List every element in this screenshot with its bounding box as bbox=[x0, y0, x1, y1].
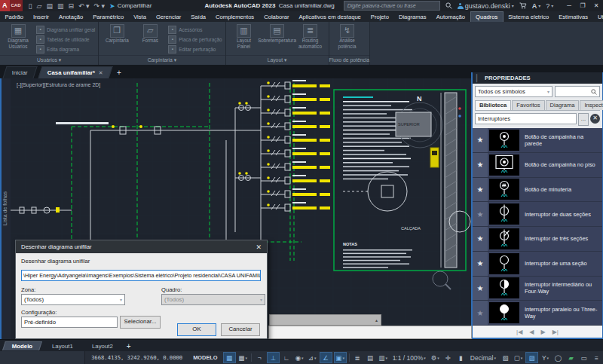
app-store-cart-icon[interactable] bbox=[519, 2, 527, 9]
power-analysis-button[interactable]: ↯Análisepotência bbox=[332, 24, 363, 50]
favorite-star-icon[interactable]: ★ bbox=[473, 178, 488, 202]
prev-page-icon[interactable]: ◀ bbox=[529, 329, 534, 335]
ribbon-tab-vista[interactable]: Vista bbox=[129, 11, 152, 22]
snap-icon[interactable]: ▩▾ bbox=[237, 353, 249, 362]
edit-diagram-button[interactable]: ▪Edita diagrama bbox=[36, 44, 95, 54]
ribbon-tab-aplicativos-em-destaque[interactable]: Aplicativos em destaque bbox=[294, 11, 366, 22]
help-icon[interactable]: ?▾ bbox=[546, 2, 553, 10]
signed-in-user[interactable]: gustavo.denski▾ bbox=[458, 2, 514, 10]
project-path-input[interactable]: \Hiper Energy\Adryangela\Imagens\Exemplo… bbox=[21, 270, 261, 281]
autoscale-icon[interactable]: ▥▾ bbox=[378, 353, 389, 362]
properties-tab-biblioteca[interactable]: Biblioteca bbox=[475, 100, 511, 110]
model-space-label[interactable]: MODELO bbox=[188, 354, 222, 361]
polar-tracking-icon[interactable]: ◉▾ bbox=[294, 353, 305, 362]
panel-label[interactable]: Fluxo de potência bbox=[329, 55, 370, 65]
close-button[interactable]: ✕ bbox=[589, 2, 603, 9]
zona-select[interactable]: (Todos)▾ bbox=[21, 294, 125, 305]
object-snap-icon[interactable]: ▣▾ bbox=[334, 352, 347, 363]
annotation-scale[interactable]: 1:1 / 100%▾ bbox=[390, 353, 428, 362]
select-button[interactable]: Selecionar... bbox=[120, 316, 161, 329]
category-input[interactable]: Interruptores bbox=[475, 113, 577, 124]
favorite-star-icon[interactable]: ★ bbox=[473, 128, 488, 152]
favorite-star-icon[interactable]: ★ bbox=[473, 277, 488, 301]
symbol-row[interactable]: ★Interruptor paralelo ou Three-Way bbox=[473, 301, 602, 326]
redo-icon[interactable]: ↷ ▾ bbox=[94, 2, 106, 10]
graphics-monitor-icon[interactable]: ▢▾ bbox=[513, 353, 524, 362]
favorite-star-icon[interactable]: ★ bbox=[473, 153, 488, 177]
search-icon[interactable] bbox=[445, 2, 452, 9]
drill-plate-button[interactable]: ▪Placa de perfuração bbox=[168, 35, 222, 44]
close-tab-icon[interactable]: ✕ bbox=[99, 70, 103, 76]
isodraft-icon[interactable]: ⊿▾ bbox=[307, 353, 318, 362]
symbol-filter-select[interactable]: Todos os símbolos▾ bbox=[475, 86, 552, 97]
browse-categories-button[interactable]: ... bbox=[578, 113, 589, 126]
favorite-star-icon[interactable]: ★ bbox=[473, 202, 488, 226]
customization-menu-icon[interactable]: ≡ bbox=[591, 353, 602, 362]
save-as-icon[interactable]: ▥ bbox=[57, 2, 64, 10]
grid-icon[interactable]: ▦ bbox=[223, 352, 236, 363]
symbol-row[interactable]: ★Interruptor de três seções bbox=[473, 227, 602, 252]
edit-drill-button[interactable]: ▪Editar perfuração bbox=[168, 44, 222, 54]
ribbon-tab-gerenciar[interactable]: Gerenciar bbox=[151, 11, 185, 22]
minimize-button[interactable]: ─ bbox=[562, 2, 576, 9]
properties-tab-diagrama[interactable]: Diagrama bbox=[546, 100, 580, 110]
panel-label[interactable]: Carpintaria ▾ bbox=[99, 55, 225, 65]
properties-tab-inspector[interactable]: Inspector bbox=[580, 100, 603, 110]
save-icon[interactable]: ▤ bbox=[46, 2, 53, 10]
accessories-button[interactable]: ▪Acessórios bbox=[168, 25, 222, 34]
ribbon-tab-estimativas[interactable]: Estimativas bbox=[554, 11, 593, 22]
next-page-icon[interactable]: ▶ bbox=[541, 329, 546, 335]
utility-table-button[interactable]: ▪Tabelas de utilidade bbox=[36, 35, 95, 44]
ribbon-tab-colaborar[interactable]: Colaborar bbox=[259, 11, 294, 22]
file-tab-iniciar[interactable]: Iniciar bbox=[2, 66, 37, 78]
selection-filter-icon[interactable]: Y▾ bbox=[540, 353, 551, 362]
lineweight-icon[interactable]: ≣ bbox=[352, 353, 363, 362]
favorite-star-icon[interactable]: ★ bbox=[473, 252, 488, 276]
new-file-icon[interactable]: ▯ bbox=[29, 2, 32, 10]
last-page-icon[interactable]: ▶| bbox=[552, 329, 559, 335]
ribbon-tab-saída[interactable]: Saída bbox=[186, 11, 211, 22]
viewport-controls-label[interactable]: [-][Superior][Estrutura de arame 2D] bbox=[17, 82, 100, 88]
new-layout-button[interactable]: + bbox=[127, 342, 131, 350]
symbol-row[interactable]: ★Botão de campainha no piso bbox=[473, 153, 602, 178]
ribbon-tab-anotação[interactable]: Anotação bbox=[54, 11, 88, 22]
symbol-row[interactable]: ★Interruptor intermediário ou Four-Way bbox=[473, 277, 602, 301]
symbol-search-input[interactable] bbox=[555, 86, 600, 97]
layout-panel-button[interactable]: ▥LayoutPainel bbox=[229, 24, 259, 50]
plot-icon[interactable]: ⊟ bbox=[68, 2, 74, 10]
auto-routing-button[interactable]: ≣Routingautomático bbox=[295, 24, 326, 50]
crosshair-icon[interactable]: ✛ bbox=[442, 353, 454, 362]
share-button[interactable]: ➤ Compartilhar bbox=[109, 2, 152, 10]
dialog-close-icon[interactable]: ✕ bbox=[256, 243, 262, 251]
ribbon-tab-automação[interactable]: Automação bbox=[431, 11, 470, 22]
sync-status-icon[interactable]: ▰ bbox=[565, 353, 577, 362]
command-line-input[interactable] bbox=[268, 326, 472, 339]
panel-label[interactable]: Usuários ▾ bbox=[0, 55, 98, 65]
ok-button[interactable]: OK bbox=[177, 323, 216, 336]
ribbon-tab-quadros[interactable]: Quadros bbox=[470, 11, 504, 22]
shapes-button[interactable]: ▱Formas bbox=[135, 24, 165, 44]
favorite-star-icon[interactable]: ★ bbox=[473, 227, 488, 251]
new-drawing-tab-button[interactable]: + bbox=[117, 69, 121, 78]
annotation-visibility-icon[interactable]: ▤ bbox=[365, 353, 376, 362]
properties-tab-favoritos[interactable]: Favoritos bbox=[512, 100, 544, 110]
config-input[interactable]: Pré-definido bbox=[21, 317, 118, 328]
units[interactable]: Decimal▾ bbox=[468, 353, 498, 362]
ribbon-tab-inserir[interactable]: Inserir bbox=[29, 11, 54, 22]
cancel-button[interactable]: Cancelar bbox=[221, 323, 260, 336]
dynamic-input-icon[interactable]: ⊥ bbox=[267, 352, 280, 363]
overtemperature-button[interactable]: ▤Sobretemperatura bbox=[262, 24, 292, 44]
workspace-icon[interactable]: ⚙▾ bbox=[430, 353, 441, 362]
search-input[interactable]: Digite palavra-chave ou frase bbox=[344, 1, 440, 11]
layout-tab-layout1[interactable]: Layout1 bbox=[44, 342, 82, 350]
autodesk-app-icon[interactable]: A▾ bbox=[532, 2, 541, 10]
ribbon-tab-diagramas[interactable]: Diagramas bbox=[393, 11, 431, 22]
favorite-star-icon[interactable]: ★ bbox=[473, 301, 488, 325]
ribbon-tab-paramétrico[interactable]: Paramétrico bbox=[88, 11, 129, 22]
layout-tab-modelo[interactable]: Modelo bbox=[2, 341, 42, 350]
undo-icon[interactable]: ↶ ▾ bbox=[78, 2, 90, 10]
unifilar-button[interactable]: ▪Diagrama unifilar geral bbox=[36, 25, 95, 34]
autocad-logo-icon[interactable]: ACAD bbox=[0, 0, 23, 11]
clean-screen-icon[interactable]: ▭ bbox=[578, 353, 589, 362]
symbol-row[interactable]: ★Interruptor de uma seção bbox=[473, 252, 602, 277]
